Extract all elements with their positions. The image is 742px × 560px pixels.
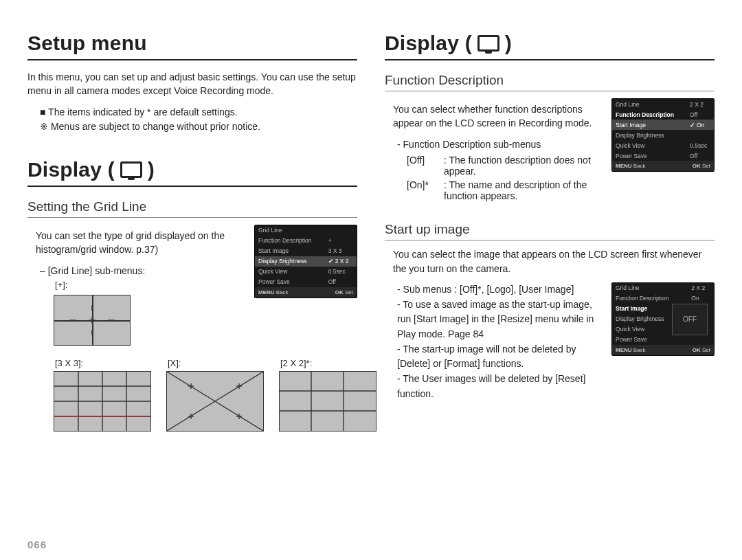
setup-menu-intro: In this menu, you can set up and adjust … — [27, 70, 357, 98]
grid-line-row: You can set the type of grid displayed o… — [27, 225, 357, 346]
function-description-screenshot: Grid Line2 X 2Function DescriptionOffSta… — [611, 98, 715, 172]
startup-image-screenshot: Grid Line2 X 2Function DescriptionOnStar… — [611, 282, 715, 356]
manual-page: Setup menu In this menu, you can set up … — [0, 0, 742, 560]
grid-examples-row: [3 X 3]: [X]: — [27, 358, 357, 432]
fd-on-key: [On]* — [407, 179, 444, 190]
function-description-subheading: Function Description — [385, 73, 715, 88]
heading-rule — [27, 59, 357, 60]
display-icon — [477, 35, 499, 52]
right-column: Display ( ) Function Description You can… — [385, 32, 715, 432]
startup-sub1: - Sub menus : [Off]*, [Logo], [User Imag… — [385, 282, 602, 298]
fd-options: [Off] : The function description does no… — [385, 155, 602, 201]
display-heading-left: Display ( ) — [27, 158, 357, 181]
grid-line-subheading: Setting the Grid Line — [27, 199, 357, 214]
grid-line-text: You can set the type of grid displayed o… — [27, 225, 245, 346]
startup-image-subheading: Start up image — [385, 222, 715, 237]
subheading-rule — [385, 240, 715, 240]
default-settings-note: ■ The items indicated by * are default s… — [27, 105, 357, 120]
display-heading-right: Display ( ) — [385, 32, 715, 55]
startup-image-text: You can select the image that appears on… — [385, 247, 715, 276]
grid-plus-label: [+]: — [29, 278, 245, 292]
left-column: Setup menu In this menu, you can set up … — [27, 32, 357, 432]
startup-sub4: - The User images will be deleted by [Re… — [385, 372, 602, 401]
startup-sub2: - To use a saved image as the start-up i… — [385, 298, 602, 342]
subheading-rule — [385, 91, 715, 91]
page-number: 066 — [27, 539, 47, 550]
change-notice: ※ Menus are subject to change without pr… — [27, 120, 357, 135]
fd-submenus-label: - Function Description sub-menus — [385, 137, 602, 153]
startup-off-thumbnail: OFF — [672, 304, 708, 335]
grid-plus-diagram — [27, 295, 245, 346]
grid-line-desc: You can set the type of grid displayed o… — [27, 229, 245, 257]
startup-image-row: - Sub menus : [Off]*, [Logo], [User Imag… — [385, 282, 715, 402]
square-bullet-icon: ■ — [40, 107, 48, 117]
grid-2x2: [2 X 2]*: — [279, 358, 375, 432]
heading-rule — [27, 186, 357, 187]
fd-on-val: : The name and description of the functi… — [444, 179, 602, 201]
grid-3x3: [3 X 3]: — [54, 358, 150, 432]
function-description-text: You can select whether function descript… — [385, 102, 602, 131]
grid-x: [X]: — [166, 358, 262, 432]
subheading-rule — [27, 217, 357, 218]
setup-menu-heading: Setup menu — [27, 32, 357, 55]
grid-line-submenus-label: – [Grid Line] sub-menus: — [27, 264, 245, 279]
reference-mark-icon: ※ — [40, 121, 51, 132]
fd-off-val: : The function description does not appe… — [444, 155, 602, 177]
heading-rule — [385, 59, 715, 60]
display-icon — [120, 161, 142, 178]
fd-off-key: [Off] — [407, 155, 444, 166]
startup-sub3: - The start-up image will not be deleted… — [385, 342, 602, 372]
grid-line-screenshot: Grid LineFunction Description+Start Imag… — [254, 225, 357, 298]
function-description-row: You can select whether function descript… — [385, 98, 715, 204]
two-column-layout: Setup menu In this menu, you can set up … — [27, 32, 715, 432]
